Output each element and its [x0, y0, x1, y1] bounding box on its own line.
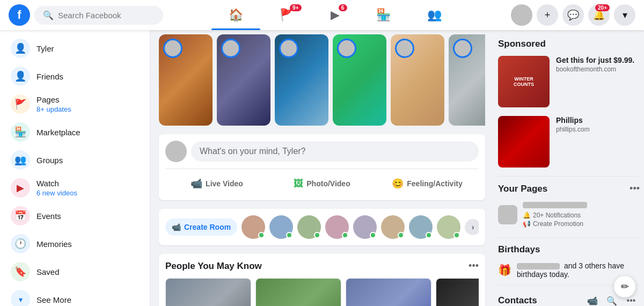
sidebar-item-groups[interactable]: 👥 Groups: [4, 146, 145, 174]
search-icon: 🔍: [43, 10, 54, 20]
search-input[interactable]: [58, 11, 155, 20]
sidebar-item-friends[interactable]: 👤 Friends: [4, 62, 145, 90]
story-card-3[interactable]: [275, 34, 328, 126]
add-button[interactable]: +: [537, 4, 558, 26]
gift-icon: 🎁: [498, 264, 511, 276]
story-card-5[interactable]: [391, 34, 444, 126]
feeling-icon: 😊: [392, 178, 404, 190]
pymk-photo-1: [166, 279, 251, 306]
messenger-button[interactable]: 💬: [562, 4, 584, 26]
account-button[interactable]: ▾: [614, 4, 635, 26]
your-pages-more-button[interactable]: •••: [630, 183, 640, 194]
room-avatar-5[interactable]: [353, 215, 377, 239]
room-online-3: [314, 232, 320, 238]
sponsored-card-1[interactable]: WINTER COUNTS Get this for just $9.99. b…: [498, 56, 640, 107]
user-avatar[interactable]: [511, 4, 532, 26]
create-room-icon: 📹: [172, 223, 181, 231]
room-avatar-6[interactable]: [381, 215, 405, 239]
pymk-cards: 👥 7 mutual friends 👤 Add Friend: [165, 278, 479, 306]
room-online-8: [453, 232, 460, 238]
watch-sublabel: 6 new videos: [36, 189, 77, 197]
live-video-button[interactable]: 📹 Live Video: [165, 173, 268, 194]
facebook-logo[interactable]: f: [9, 4, 30, 26]
room-avatar-4[interactable]: [325, 215, 349, 239]
room-online-5: [370, 232, 376, 238]
book-title: WINTER COUNTS: [500, 72, 547, 91]
top-navigation: f 🔍 🏠 🚩 9+ ▶ 6 🏪 👥 + 💬: [0, 0, 644, 30]
sidebar-item-marketplace[interactable]: 🏪 Marketplace: [4, 118, 145, 146]
story-avatar-5: [395, 39, 414, 58]
nav-left: f 🔍: [9, 4, 163, 26]
story-avatar-3: [279, 39, 298, 58]
page-info: 🔔 20+ Notifications 📢 Create Promotion: [523, 202, 640, 228]
story-card-6[interactable]: [449, 34, 485, 126]
right-sidebar: Sponsored WINTER COUNTS Get this for jus…: [494, 30, 644, 306]
pymk-title: People You May Know: [165, 261, 262, 272]
watch-icon: ▶: [11, 178, 30, 198]
birthdays-title: Birthdays: [498, 244, 640, 255]
room-online-1: [258, 232, 265, 238]
saved-label: Saved: [36, 267, 60, 276]
room-avatar-2[interactable]: [269, 215, 293, 239]
sidebar-item-profile[interactable]: 👤 Tyler: [4, 34, 145, 62]
rooms-next-button[interactable]: ›: [465, 219, 479, 235]
pymk-card-4: 👥 1 mu... 👤 Add Friend: [436, 278, 479, 306]
sidebar-item-see-more[interactable]: ▾ See More: [4, 286, 145, 306]
room-online-6: [398, 232, 404, 238]
nav-tab-marketplace[interactable]: 🏪: [359, 2, 408, 28]
sidebar-item-memories[interactable]: 🕐 Memories: [4, 230, 145, 258]
story-card-2[interactable]: [217, 34, 270, 126]
story-card-4[interactable]: [333, 34, 386, 126]
bell-button[interactable]: 🔔 20+: [588, 4, 610, 26]
post-user-avatar: [165, 141, 187, 162]
nav-tab-home[interactable]: 🏠: [211, 2, 260, 28]
nav-tab-notifications[interactable]: 🚩 9+: [262, 2, 311, 28]
create-room-label: Create Room: [184, 223, 231, 231]
contacts-video-button[interactable]: 📹: [584, 292, 601, 306]
rooms-box: 📹 Create Room: [159, 209, 485, 245]
pages-icon: 🚩: [11, 94, 30, 114]
room-avatar-8[interactable]: [437, 215, 460, 239]
sidebar-item-events[interactable]: 📅 Events: [4, 202, 145, 230]
photo-video-icon: 🖼: [294, 178, 303, 190]
nav-right: + 💬 🔔 20+ ▾: [507, 4, 635, 26]
sidebar-item-saved[interactable]: 🔖 Saved: [4, 258, 145, 286]
your-pages-header: Your Pages •••: [498, 183, 640, 194]
search-bar[interactable]: 🔍: [34, 6, 163, 25]
room-online-2: [286, 232, 292, 238]
memories-icon: 🕐: [11, 234, 30, 253]
see-more-icon: ▾: [11, 290, 30, 306]
room-avatar-7[interactable]: [409, 215, 433, 239]
see-more-label: See More: [36, 295, 71, 304]
story-avatar-1: [163, 39, 182, 58]
main-layout: 👤 Tyler 👤 Friends 🚩 Pages 8+ updates 🏪 M…: [0, 30, 644, 306]
sidebar-item-watch[interactable]: ▶ Watch 6 new videos: [4, 174, 145, 202]
nav-tab-groups[interactable]: 👥: [410, 2, 459, 28]
room-avatar-1[interactable]: [241, 215, 265, 239]
sidebar-item-pages[interactable]: 🚩 Pages 8+ updates: [4, 90, 145, 118]
birthdays-section: Birthdays 🎁 and 3 others have birthdays …: [498, 244, 640, 279]
right-divider-1: [498, 176, 640, 177]
nav-tab-video[interactable]: ▶ 6: [313, 2, 357, 28]
create-room-button[interactable]: 📹 Create Room: [165, 218, 237, 236]
pymk-header: People You May Know •••: [165, 260, 479, 272]
page-notification: 🔔 20+ Notifications: [523, 212, 640, 219]
pymk-card-2: 👥 3 mutual friends 👤 Add Friend: [255, 278, 341, 306]
page-promotion-button[interactable]: 📢 Create Promotion: [523, 220, 640, 228]
page-name-bar: [523, 202, 587, 208]
pymk-more-button[interactable]: •••: [469, 260, 479, 272]
watch-label: Watch: [36, 179, 77, 188]
video-icon: ▶: [331, 8, 340, 22]
post-input[interactable]: What's on your mind, Tyler?: [191, 141, 479, 162]
home-icon: 🏠: [229, 8, 243, 22]
page-item[interactable]: 🔔 20+ Notifications 📢 Create Promotion: [498, 199, 640, 231]
room-avatar-3[interactable]: [297, 215, 321, 239]
edit-button[interactable]: ✏: [614, 276, 635, 297]
saved-icon: 🔖: [11, 262, 30, 281]
feeling-button[interactable]: 😊 Feeling/Activity: [376, 173, 479, 194]
sponsored-title: Sponsored: [498, 39, 640, 49]
sponsored-card-2[interactable]: Phillips phillips.com: [498, 116, 640, 167]
photo-video-button[interactable]: 🖼 Photo/Video: [270, 173, 374, 194]
story-card-1[interactable]: [159, 34, 213, 126]
story-avatar-6: [453, 39, 472, 58]
